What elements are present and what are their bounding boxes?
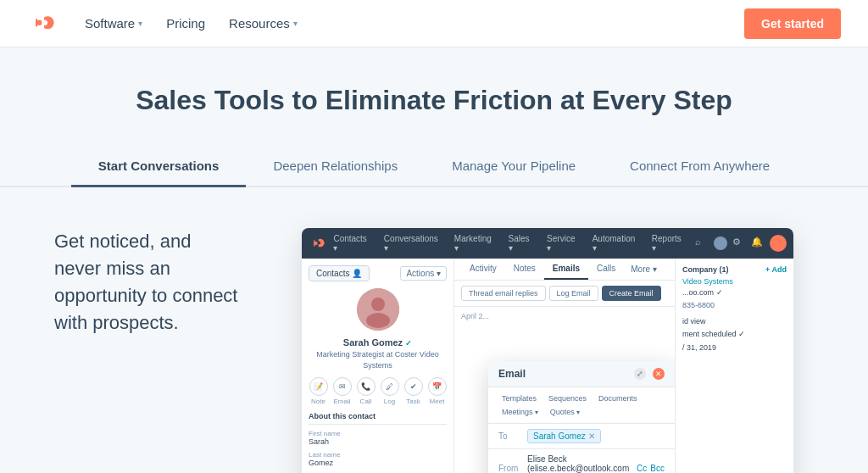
nav-links: Software ▾ Pricing Resources ▾: [75, 9, 744, 37]
action-log[interactable]: 🖊 Log: [381, 377, 399, 405]
activity-section: id view ment scheduled ✓ / 31, 2019: [682, 316, 787, 353]
email-to-field: To Sarah Gomez ✕: [488, 424, 675, 449]
nav-software[interactable]: Software ▾: [75, 9, 153, 37]
crm-body: Contacts 👤 Actions ▾ Sarah Gomez ✓: [302, 259, 793, 473]
crm-tab-notes[interactable]: Notes: [505, 259, 544, 280]
svg-point-2: [366, 313, 390, 328]
cc-link[interactable]: Cc: [637, 464, 647, 473]
content-description: Get noticed, and never miss an opportuni…: [54, 228, 241, 337]
resources-chevron-icon: ▾: [293, 19, 298, 28]
action-email[interactable]: ✉ Email: [333, 377, 352, 405]
feature-tabs: Start Conversations Deepen Relationships…: [0, 147, 868, 187]
email-modal-overlay: Email ⤢ ✕ Templates Sequences Docu: [488, 348, 675, 473]
hubspot-logo[interactable]: [27, 10, 54, 37]
crm-nav-sales[interactable]: Sales ▾: [504, 231, 541, 256]
company-name[interactable]: Video Systems: [682, 277, 787, 286]
email-modal-toolbar: Templates Sequences Documents Meetings Q…: [488, 387, 675, 424]
log-email-btn[interactable]: Log Email: [549, 286, 598, 301]
crm-nav-automation[interactable]: Automation ▾: [587, 231, 645, 256]
content-area: Get noticed, and never miss an opportuni…: [0, 187, 868, 473]
crm-right-panel: Company (1) + Add Video Systems ...oo.co…: [675, 259, 793, 473]
email-modal-controls: ⤢ ✕: [634, 368, 665, 380]
sequences-tool[interactable]: Sequences: [543, 392, 592, 404]
crm-sidebar-header: Contacts 👤 Actions ▾: [309, 265, 447, 281]
get-started-button[interactable]: Get started: [744, 8, 841, 39]
crm-nav-reports[interactable]: Reports ▾: [647, 231, 692, 256]
remove-recipient-button[interactable]: ✕: [588, 431, 595, 441]
crm-navbar: Contacts ▾ Conversations ▾ Marketing ▾ S…: [302, 228, 793, 259]
crm-nav-contacts[interactable]: Contacts ▾: [328, 231, 376, 256]
crm-search-icon[interactable]: ⌕: [695, 236, 709, 250]
hero-section: Sales Tools to Eliminate Friction at Eve…: [0, 47, 868, 116]
contact-title: Marketing Strategist at Coster Video Sys…: [309, 349, 447, 370]
crm-settings-icon[interactable]: ⚙: [732, 236, 746, 250]
activity-item-2: ment scheduled ✓: [682, 329, 787, 340]
meetings-tool[interactable]: Meetings: [497, 406, 543, 418]
crm-tab-emails[interactable]: Emails: [544, 259, 588, 280]
email-modal-header: Email ⤢ ✕: [488, 361, 675, 387]
svg-point-1: [371, 298, 385, 311]
thread-email-btn[interactable]: Thread email replies: [461, 286, 546, 301]
crm-main-panel: Activity Notes Emails Calls More ▾ Threa…: [454, 259, 675, 473]
action-note[interactable]: 📝 Note: [309, 377, 328, 405]
software-chevron-icon: ▾: [138, 19, 142, 28]
contact-action-icons: 📝 Note ✉ Email 📞 Call 🖊: [309, 377, 447, 405]
screenshot-container: Contacts ▾ Conversations ▾ Marketing ▾ S…: [281, 228, 814, 473]
email-from-field: From Elise Beck (elise.e.beck@outlook.co…: [488, 449, 675, 473]
crm-email-toolbar: Thread email replies Log Email Create Em…: [454, 281, 675, 307]
contact-avatar: [357, 288, 399, 331]
company-section: Company (1) + Add Video Systems ...oo.co…: [682, 265, 787, 309]
action-call[interactable]: 📞 Call: [357, 377, 376, 405]
email-modal: Email ⤢ ✕ Templates Sequences Docu: [488, 361, 675, 473]
company-header: Company (1) + Add: [682, 265, 787, 274]
crm-nav-conversations[interactable]: Conversations ▾: [379, 231, 448, 256]
nav-resources[interactable]: Resources ▾: [219, 9, 308, 37]
contact-name: Sarah Gomez ✓: [309, 337, 447, 348]
quotes-tool[interactable]: Quotes: [545, 406, 585, 418]
crm-activity-tabs: Activity Notes Emails Calls More ▾: [454, 259, 675, 281]
nav-pricing[interactable]: Pricing: [156, 9, 215, 37]
crm-nav-service[interactable]: Service ▾: [542, 231, 586, 256]
field-firstname: First name Sarah: [309, 430, 447, 446]
email-modal-title: Email: [498, 368, 526, 380]
navbar: Software ▾ Pricing Resources ▾ Get start…: [0, 0, 868, 47]
crm-tab-activity[interactable]: Activity: [461, 259, 505, 280]
activity-item-3: / 31, 2019: [682, 342, 787, 353]
contacts-badge[interactable]: Contacts 👤: [309, 265, 370, 281]
create-email-btn[interactable]: Create Email: [602, 286, 661, 301]
crm-tab-more[interactable]: More ▾: [624, 259, 664, 280]
field-lastname: Last name Gomez: [309, 451, 447, 467]
crm-nav-marketing[interactable]: Marketing ▾: [449, 231, 502, 256]
documents-tool[interactable]: Documents: [593, 392, 643, 404]
bcc-link[interactable]: Bcc: [650, 464, 665, 473]
close-modal-button[interactable]: ✕: [653, 368, 665, 380]
tab-connect-anywhere[interactable]: Connect From Anywhere: [603, 147, 797, 187]
crm-nav-items: Contacts ▾ Conversations ▾ Marketing ▾ S…: [328, 231, 692, 256]
tab-manage-pipeline[interactable]: Manage Your Pipeline: [425, 147, 603, 187]
company-phone: 835-6800: [682, 301, 787, 309]
crm-notifications-icon[interactable]: [714, 236, 727, 250]
activity-item-1: id view: [682, 316, 787, 327]
page-title: Sales Tools to Eliminate Friction at Eve…: [27, 85, 841, 116]
tab-deepen-relationships[interactable]: Deepen Relationships: [246, 147, 425, 187]
action-meet[interactable]: 📅 Meet: [428, 377, 447, 405]
about-section-title: About this contact: [309, 412, 447, 425]
crm-user-avatar[interactable]: [770, 235, 787, 252]
crm-screenshot: Contacts ▾ Conversations ▾ Marketing ▾ S…: [302, 228, 793, 473]
action-task[interactable]: ✔ Task: [404, 377, 423, 405]
crm-sidebar: Contacts 👤 Actions ▾ Sarah Gomez ✓: [302, 259, 454, 473]
crm-nav-right: ⌕ ⚙ 🔔: [695, 235, 787, 252]
crm-bell-icon[interactable]: 🔔: [751, 236, 765, 250]
expand-modal-button[interactable]: ⤢: [634, 368, 646, 380]
templates-tool[interactable]: Templates: [497, 392, 542, 404]
crm-tab-calls[interactable]: Calls: [588, 259, 624, 280]
email-cc-bcc: Cc Bcc: [637, 464, 665, 473]
tab-start-conversations[interactable]: Start Conversations: [71, 147, 247, 187]
actions-button[interactable]: Actions ▾: [400, 266, 447, 281]
email-to-tag: Sarah Gomez ✕: [527, 429, 601, 443]
add-company-button[interactable]: + Add: [765, 265, 787, 274]
